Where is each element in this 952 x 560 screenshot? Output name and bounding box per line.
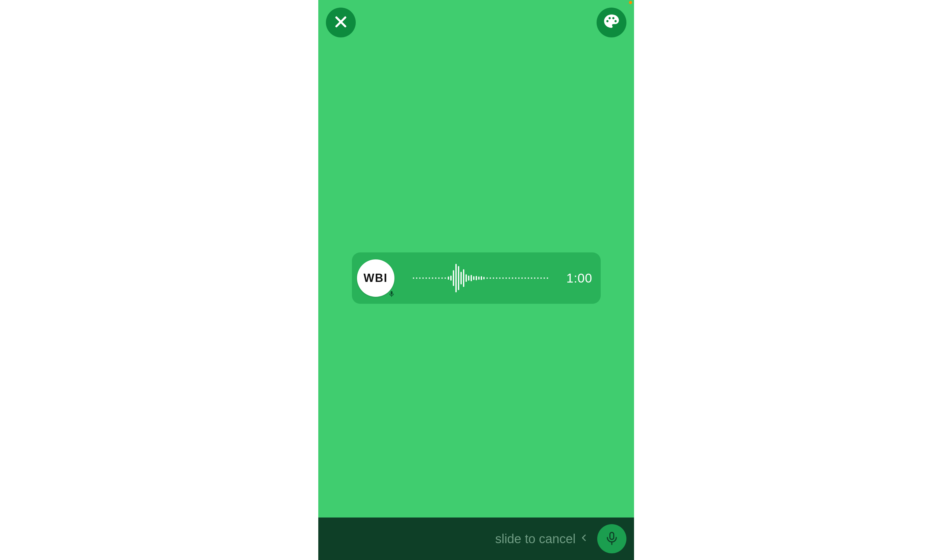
svg-rect-23	[478, 276, 479, 280]
screenshot-stage: WBI	[0, 0, 952, 560]
svg-rect-19	[468, 276, 469, 281]
svg-rect-25	[483, 277, 485, 279]
slide-to-cancel-label: slide to cancel	[495, 532, 576, 546]
svg-point-43	[540, 278, 542, 279]
svg-point-41	[534, 278, 535, 279]
svg-rect-12	[450, 276, 451, 281]
svg-point-27	[489, 278, 491, 279]
svg-rect-18	[465, 274, 467, 282]
svg-point-26	[486, 278, 488, 279]
svg-rect-21	[473, 276, 474, 280]
sender-avatar: WBI	[357, 259, 394, 297]
avatar-label: WBI	[364, 272, 388, 285]
color-palette-button[interactable]	[597, 8, 626, 37]
close-icon	[333, 14, 348, 31]
close-button[interactable]	[326, 8, 356, 37]
microphone-icon	[387, 289, 396, 299]
svg-rect-15	[458, 266, 459, 290]
svg-point-40	[530, 278, 532, 279]
svg-rect-16	[461, 272, 462, 284]
svg-point-0	[413, 278, 414, 279]
svg-point-30	[499, 278, 501, 279]
recording-indicator-dot	[629, 1, 632, 4]
svg-point-32	[505, 278, 507, 279]
svg-point-2	[419, 278, 420, 279]
phone-screen: WBI	[318, 0, 634, 560]
voice-note-card: WBI	[352, 252, 601, 304]
svg-point-42	[537, 278, 538, 279]
svg-point-37	[521, 278, 522, 279]
svg-rect-24	[481, 276, 482, 280]
recording-bottom-bar: slide to cancel	[318, 517, 634, 560]
svg-rect-22	[476, 276, 477, 280]
svg-point-3	[422, 278, 423, 279]
microphone-button[interactable]	[597, 524, 626, 553]
svg-rect-46	[610, 532, 614, 539]
svg-point-1	[416, 278, 417, 279]
svg-point-6	[431, 278, 433, 279]
svg-point-36	[518, 278, 519, 279]
svg-rect-14	[455, 264, 457, 292]
svg-rect-17	[463, 269, 464, 287]
chevron-left-icon	[580, 532, 588, 546]
svg-point-31	[502, 278, 504, 279]
svg-point-10	[444, 278, 446, 279]
svg-point-29	[496, 278, 497, 279]
svg-point-28	[493, 278, 494, 279]
svg-point-7	[435, 278, 436, 279]
svg-rect-20	[471, 275, 472, 281]
slide-to-cancel[interactable]: slide to cancel	[495, 532, 588, 546]
svg-point-39	[527, 278, 529, 279]
svg-point-9	[441, 278, 443, 279]
svg-point-45	[546, 278, 548, 279]
svg-rect-13	[453, 270, 454, 286]
voice-note-duration: 1:00	[566, 271, 592, 285]
svg-point-5	[428, 278, 430, 279]
svg-point-4	[425, 278, 427, 279]
voice-waveform	[402, 252, 559, 304]
svg-point-34	[512, 278, 513, 279]
svg-point-35	[515, 278, 516, 279]
svg-point-44	[543, 278, 545, 279]
svg-point-38	[524, 278, 526, 279]
microphone-icon	[604, 531, 620, 547]
svg-point-8	[438, 278, 439, 279]
svg-rect-11	[448, 276, 449, 280]
svg-point-33	[508, 278, 510, 279]
palette-icon	[603, 13, 620, 32]
